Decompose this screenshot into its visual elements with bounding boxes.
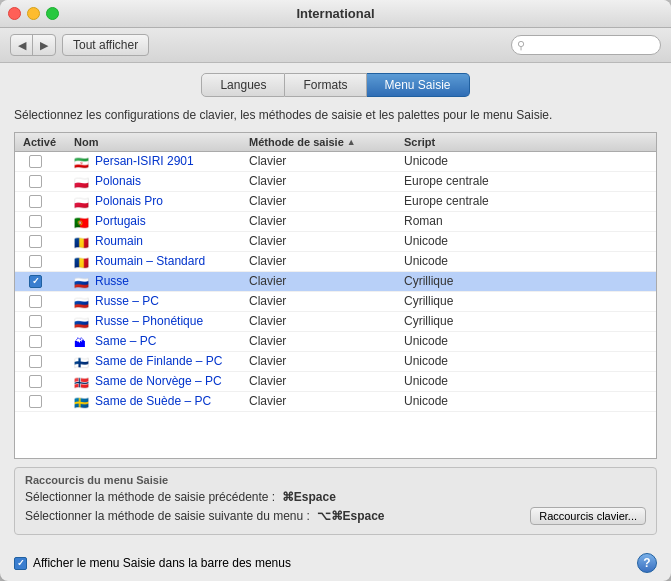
- row-nom-3: 🇵🇹Portugais: [70, 214, 245, 228]
- flag-icon: 🇷🇺: [74, 276, 90, 287]
- nom-text: Portugais: [95, 214, 146, 228]
- flag-icon: 🇫🇮: [74, 356, 90, 367]
- shortcut-row-1: Sélectionner la méthode de saisie précéd…: [25, 490, 646, 504]
- row-script-6: Cyrillique: [400, 274, 530, 288]
- table-row[interactable]: 🇷🇺Russe – PhonétiqueClavierCyrillique: [15, 312, 656, 332]
- table-row[interactable]: 🇷🇴Roumain – StandardClavierUnicode: [15, 252, 656, 272]
- table-row[interactable]: 🇮🇷Persan-ISIRI 2901ClavierUnicode: [15, 152, 656, 172]
- table-row[interactable]: 🇵🇹PortugaisClavierRoman: [15, 212, 656, 232]
- row-script-3: Roman: [400, 214, 530, 228]
- tout-afficher-button[interactable]: Tout afficher: [62, 34, 149, 56]
- table-header: Activé Nom Méthode de saisie ▲ Script: [15, 133, 656, 152]
- close-button[interactable]: [8, 7, 21, 20]
- nom-text: Roumain: [95, 234, 143, 248]
- table-row[interactable]: 🏔Same – PCClavierUnicode: [15, 332, 656, 352]
- nom-text: Same de Norvège – PC: [95, 374, 222, 388]
- row-script-1: Europe centrale: [400, 174, 530, 188]
- flag-icon: 🇳🇴: [74, 376, 90, 387]
- row-nom-4: 🇷🇴Roumain: [70, 234, 245, 248]
- flag-icon: 🇮🇷: [74, 156, 90, 167]
- flag-icon: 🇵🇹: [74, 216, 90, 227]
- back-button[interactable]: ◀: [11, 34, 33, 56]
- row-script-7: Cyrillique: [400, 294, 530, 308]
- row-methode-1: Clavier: [245, 174, 400, 188]
- tab-menu-saisie[interactable]: Menu Saisie: [367, 73, 470, 97]
- row-checkbox-7[interactable]: [29, 295, 42, 308]
- row-methode-5: Clavier: [245, 254, 400, 268]
- table-row[interactable]: 🇸🇪Same de Suède – PCClavierUnicode: [15, 392, 656, 412]
- row-checkbox-6[interactable]: [29, 275, 42, 288]
- table-row[interactable]: 🇫🇮Same de Finlande – PCClavierUnicode: [15, 352, 656, 372]
- row-checkbox-1[interactable]: [29, 175, 42, 188]
- table-row[interactable]: 🇷🇴RoumainClavierUnicode: [15, 232, 656, 252]
- titlebar: International: [0, 0, 671, 28]
- show-menu-checkbox[interactable]: [14, 557, 27, 570]
- row-methode-0: Clavier: [245, 154, 400, 168]
- row-nom-5: 🇷🇴Roumain – Standard: [70, 254, 245, 268]
- col-header-methode: Méthode de saisie ▲: [245, 136, 400, 148]
- row-nom-9: 🏔Same – PC: [70, 334, 245, 348]
- search-input[interactable]: [511, 35, 661, 55]
- nav-buttons: ◀ ▶: [10, 34, 56, 56]
- help-button[interactable]: ?: [637, 553, 657, 573]
- tab-formats[interactable]: Formats: [285, 73, 366, 97]
- row-script-5: Unicode: [400, 254, 530, 268]
- row-checkbox-0[interactable]: [29, 155, 42, 168]
- flag-icon: 🇵🇱: [74, 196, 90, 207]
- search-box: ⚲: [511, 35, 661, 55]
- content-area: Langues Formats Menu Saisie Sélectionnez…: [0, 63, 671, 545]
- row-nom-8: 🇷🇺Russe – Phonétique: [70, 314, 245, 328]
- flag-icon: 🇵🇱: [74, 176, 90, 187]
- table-row[interactable]: 🇵🇱Polonais ProClavierEurope centrale: [15, 192, 656, 212]
- description-text: Sélectionnez les configurations de clavi…: [14, 107, 657, 124]
- row-methode-8: Clavier: [245, 314, 400, 328]
- row-checkbox-2[interactable]: [29, 195, 42, 208]
- row-methode-10: Clavier: [245, 354, 400, 368]
- row-nom-1: 🇵🇱Polonais: [70, 174, 245, 188]
- maximize-button[interactable]: [46, 7, 59, 20]
- table-row[interactable]: 🇵🇱PolonaisClavierEurope centrale: [15, 172, 656, 192]
- methode-label: Méthode de saisie: [249, 136, 344, 148]
- window-title: International: [296, 6, 374, 21]
- row-checkbox-8[interactable]: [29, 315, 42, 328]
- row-methode-4: Clavier: [245, 234, 400, 248]
- nom-text: Same – PC: [95, 334, 156, 348]
- row-nom-12: 🇸🇪Same de Suède – PC: [70, 394, 245, 408]
- tab-langues[interactable]: Langues: [201, 73, 285, 97]
- row-checkbox-4[interactable]: [29, 235, 42, 248]
- row-nom-10: 🇫🇮Same de Finlande – PC: [70, 354, 245, 368]
- minimize-button[interactable]: [27, 7, 40, 20]
- row-checkbox-11[interactable]: [29, 375, 42, 388]
- flag-icon: 🇷🇺: [74, 296, 90, 307]
- row-checkbox-5[interactable]: [29, 255, 42, 268]
- shortcut-label-1: Sélectionner la méthode de saisie précéd…: [25, 490, 336, 504]
- row-nom-0: 🇮🇷Persan-ISIRI 2901: [70, 154, 245, 168]
- row-nom-11: 🇳🇴Same de Norvège – PC: [70, 374, 245, 388]
- row-checkbox-3[interactable]: [29, 215, 42, 228]
- table-row[interactable]: 🇷🇺RusseClavierCyrillique: [15, 272, 656, 292]
- table-row[interactable]: 🇳🇴Same de Norvège – PCClavierUnicode: [15, 372, 656, 392]
- search-icon: ⚲: [517, 39, 525, 52]
- nom-text: Polonais Pro: [95, 194, 163, 208]
- shortcut-row-2: Sélectionner la méthode de saisie suivan…: [25, 507, 646, 525]
- raccourcis-clavier-button[interactable]: Raccourcis clavier...: [530, 507, 646, 525]
- row-script-8: Cyrillique: [400, 314, 530, 328]
- nom-text: Persan-ISIRI 2901: [95, 154, 194, 168]
- row-checkbox-9[interactable]: [29, 335, 42, 348]
- row-methode-3: Clavier: [245, 214, 400, 228]
- row-checkbox-10[interactable]: [29, 355, 42, 368]
- row-methode-2: Clavier: [245, 194, 400, 208]
- forward-button[interactable]: ▶: [33, 34, 55, 56]
- table-row[interactable]: 🇷🇺Russe – PCClavierCyrillique: [15, 292, 656, 312]
- nom-text: Russe: [95, 274, 129, 288]
- row-script-12: Unicode: [400, 394, 530, 408]
- shortcuts-section: Raccourcis du menu Saisie Sélectionner l…: [14, 467, 657, 535]
- row-methode-6: Clavier: [245, 274, 400, 288]
- row-checkbox-12[interactable]: [29, 395, 42, 408]
- flag-icon: 🇷🇴: [74, 236, 90, 247]
- col-header-script: Script: [400, 136, 530, 148]
- row-script-4: Unicode: [400, 234, 530, 248]
- nom-text: Polonais: [95, 174, 141, 188]
- nom-text: Russe – PC: [95, 294, 159, 308]
- nom-text: Same de Suède – PC: [95, 394, 211, 408]
